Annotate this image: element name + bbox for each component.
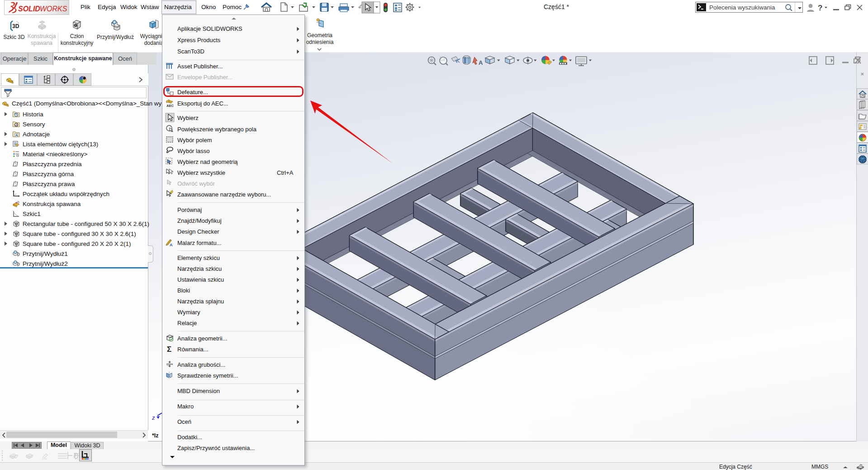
svg-text:SOLID: SOLID	[18, 5, 40, 13]
svg-text:A: A	[479, 59, 483, 66]
svg-text:Σ: Σ	[167, 345, 171, 354]
svg-text:3D: 3D	[12, 23, 19, 29]
svg-text:?: ?	[818, 4, 822, 12]
svg-text:A: A	[170, 243, 173, 247]
svg-text:*Iz: *Iz	[152, 432, 159, 439]
svg-text:A: A	[15, 133, 18, 137]
svg-text:z: z	[152, 414, 155, 421]
svg-text:AEC: AEC	[166, 104, 174, 108]
svg-text:WORKS: WORKS	[40, 5, 67, 13]
